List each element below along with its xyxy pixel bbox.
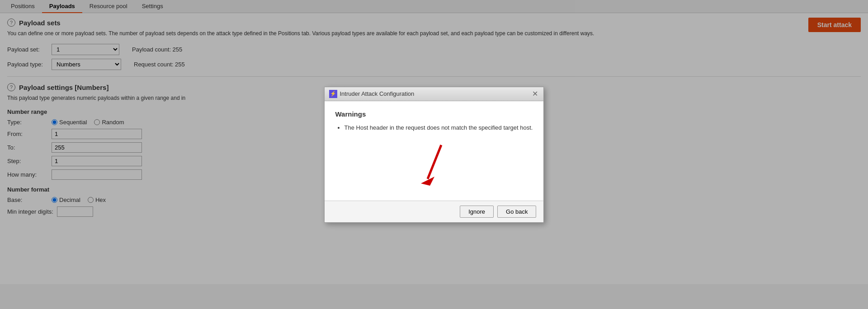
modal-body: Warnings The Host header in the request … [325,101,544,201]
svg-line-0 [428,145,441,179]
warning-list: The Host header in the request does not … [335,124,533,131]
modal-footer: Ignore Go back [325,201,544,222]
modal-titlebar: ⚡ Intruder Attack Configuration ✕ [325,87,544,101]
warning-item: The Host header in the request does not … [344,124,533,131]
warnings-title: Warnings [335,110,533,118]
red-arrow-indicator [410,140,450,192]
modal-app-icon: ⚡ [329,90,337,98]
go-back-button[interactable]: Go back [497,206,536,218]
ignore-button[interactable]: Ignore [460,206,494,218]
modal-title: Intruder Attack Configuration [340,90,415,97]
modal-dialog: ⚡ Intruder Attack Configuration ✕ Warnin… [324,87,544,223]
modal-overlay: ⚡ Intruder Attack Configuration ✕ Warnin… [0,0,868,284]
modal-close-button[interactable]: ✕ [531,90,539,98]
modal-titlebar-left: ⚡ Intruder Attack Configuration [329,90,415,98]
